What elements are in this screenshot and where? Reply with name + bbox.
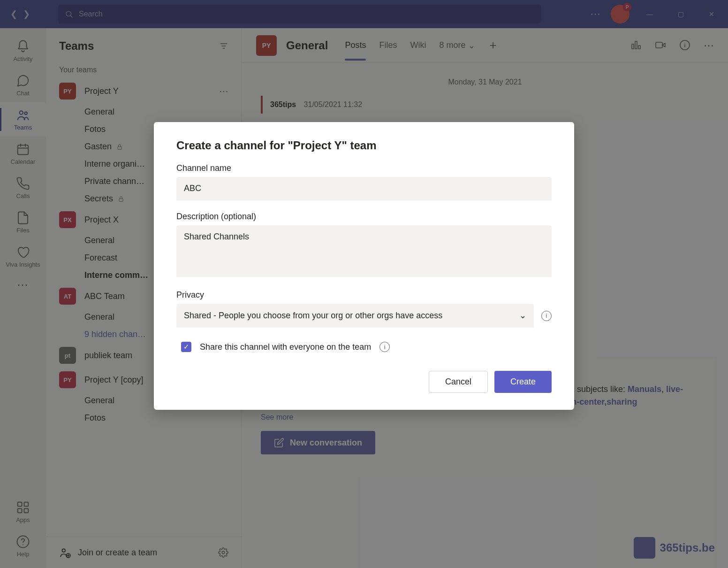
modal-title: Create a channel for "Project Y" team [176,139,552,152]
chevron-down-icon: ⌄ [519,310,526,321]
info-icon[interactable]: i [541,311,552,321]
privacy-label: Privacy [176,290,552,300]
share-checkbox-label: Share this channel with everyone on the … [200,342,371,352]
create-channel-modal: Create a channel for "Project Y" team Ch… [154,122,574,410]
share-checkbox[interactable]: ✓ [181,342,191,352]
privacy-select[interactable]: Shared - People you choose from your org… [176,304,534,328]
channel-name-input[interactable] [176,177,552,200]
modal-overlay: Create a channel for "Project Y" team Ch… [0,0,728,568]
info-icon[interactable]: i [379,342,390,352]
description-label: Description (optional) [176,212,552,222]
create-button[interactable]: Create [494,371,552,393]
privacy-value: Shared - People you choose from your org… [184,311,442,321]
cancel-button[interactable]: Cancel [429,371,488,393]
channel-name-label: Channel name [176,163,552,173]
description-input[interactable] [176,225,552,277]
